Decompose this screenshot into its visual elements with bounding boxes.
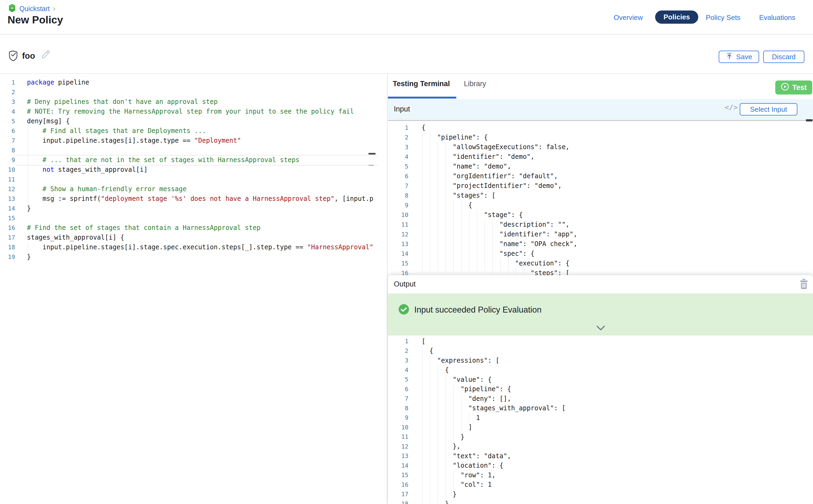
code-line: 15 "execution": { [388, 258, 813, 268]
code-line: 18 } [388, 499, 813, 504]
line-number: 18 [0, 244, 15, 251]
code-line: 2 [0, 87, 387, 97]
line-number: 2 [0, 89, 15, 96]
code-line: 7 "deny": [], [388, 394, 813, 404]
tab-policy-sets[interactable]: Policy Sets [706, 13, 741, 22]
indent-guide [500, 258, 501, 275]
tab-evaluations[interactable]: Evaluations [759, 13, 795, 22]
evaluation-success-banner: Input succeeded Policy Evaluation [388, 293, 813, 335]
line-number: 6 [388, 386, 409, 393]
overview-ruler-marker [368, 165, 374, 166]
line-number: 3 [388, 357, 409, 364]
line-number: 6 [388, 173, 409, 180]
tab-library[interactable]: Library [464, 80, 486, 88]
line-number: 7 [388, 395, 409, 402]
test-button[interactable]: Test [775, 81, 812, 95]
chevron-down-icon[interactable] [596, 325, 606, 332]
code-line: 15 [0, 213, 387, 223]
line-number: 17 [0, 234, 15, 241]
indent-guide [461, 200, 462, 275]
discard-button[interactable]: Discard [763, 51, 804, 63]
code-line: 1package pipeline [0, 78, 387, 87]
tab-overview[interactable]: Overview [614, 13, 643, 22]
code-line: 2 "pipeline": { [388, 132, 813, 142]
code-line: 11 "description": "", [388, 220, 813, 229]
line-number: 3 [0, 99, 15, 105]
tab-policies[interactable]: Policies [655, 11, 698, 24]
line-number: 15 [388, 472, 409, 478]
line-number: 4 [0, 108, 15, 115]
output-json-viewer[interactable]: 1[2 {3 "expressions": [4 {5 "value": {6 … [388, 335, 813, 504]
code-line: 10 ] [388, 423, 813, 432]
line-number: 7 [388, 183, 409, 189]
indent-guide [461, 394, 462, 432]
tab-testing-terminal[interactable]: Testing Terminal [393, 80, 450, 88]
test-label: Test [792, 83, 807, 92]
line-number: 15 [388, 260, 409, 267]
indent-guide [422, 346, 423, 504]
indent-guide [469, 210, 469, 275]
code-line: 18 input.pipeline.stages[i].stage.spec.e… [0, 242, 387, 252]
code-line: 16 "col": 1 [388, 480, 813, 490]
active-tab-underline [388, 97, 456, 99]
indent-guide [430, 132, 430, 275]
code-line: 3 "allowStageExecutions": false, [388, 142, 813, 152]
code-line: 1[ [388, 337, 813, 346]
code-line: 13 "name": "OPA check", [388, 239, 813, 249]
indent-guide [524, 268, 524, 275]
line-number: 1 [0, 79, 15, 86]
rego-code: 1package pipeline23# Deny pipelines that… [0, 78, 387, 262]
indent-guide [28, 242, 28, 252]
line-number: 9 [388, 202, 409, 209]
svg-text:∞: ∞ [10, 5, 14, 11]
code-line: 4# NOTE: Try removing the HarnessApprova… [0, 107, 387, 116]
indent-guide [446, 142, 446, 275]
shield-check-icon [8, 50, 18, 62]
line-number: 3 [388, 144, 409, 151]
editor-cursor-line [16, 155, 378, 165]
line-number: 1 [388, 124, 409, 131]
line-number: 16 [0, 225, 15, 231]
code-line: 8 "stages_with_approval": [ [388, 404, 813, 413]
discard-label: Discard [772, 53, 795, 61]
policy-code-editor[interactable]: 1package pipeline23# Deny pipelines that… [0, 74, 387, 504]
select-input-button[interactable]: Select Input [740, 103, 797, 115]
output-section: Output Input succeeded Poli [388, 275, 813, 504]
breadcrumb-link-quickstart[interactable]: Quickstart [19, 5, 50, 13]
code-line: 6 # Find all stages that are Deployments… [0, 126, 387, 136]
code-line: 13 msg := sprintf("deployment stage '%s'… [0, 194, 387, 204]
trash-icon [800, 286, 808, 291]
code-line: 2 { [388, 346, 813, 356]
code-icon[interactable]: </> [723, 103, 739, 112]
indent-guide [469, 413, 469, 423]
line-number: 2 [388, 134, 409, 141]
line-number: 5 [388, 163, 409, 170]
code-line: 11 [0, 174, 387, 184]
code-line: 15 "row": 1, [388, 470, 813, 480]
line-number: 4 [388, 153, 409, 160]
output-json: 1[2 {3 "expressions": [4 {5 "value": {6 … [388, 337, 813, 504]
line-number: 8 [388, 405, 409, 412]
code-line: 5deny[msg] { [0, 116, 387, 126]
line-number: 14 [0, 205, 15, 212]
input-json-editor[interactable]: 1{2 "pipeline": {3 "allowStageExecutions… [388, 121, 813, 275]
line-number: 12 [388, 443, 409, 450]
indent-guide [485, 220, 485, 275]
edit-name-button[interactable] [40, 49, 51, 61]
line-number: 5 [388, 376, 409, 383]
clear-output-button[interactable] [800, 278, 808, 291]
indent-guide [446, 375, 446, 499]
line-number: 2 [388, 348, 409, 354]
line-number: 12 [0, 186, 15, 193]
indent-guide [438, 142, 438, 275]
save-button[interactable]: Save [719, 51, 759, 63]
code-line: 17stages_with_approval[i] { [0, 233, 387, 242]
indent-guide [516, 268, 516, 275]
line-number: 19 [0, 254, 15, 260]
line-number: 18 [388, 501, 409, 504]
code-line: 8 "stages": [ [388, 191, 813, 200]
code-line: 5 "name": "demo", [388, 162, 813, 171]
input-section-header: Input </> Select Input [388, 99, 813, 120]
line-number: 14 [388, 462, 409, 469]
breadcrumb: ∞ Quickstart › [8, 4, 55, 13]
